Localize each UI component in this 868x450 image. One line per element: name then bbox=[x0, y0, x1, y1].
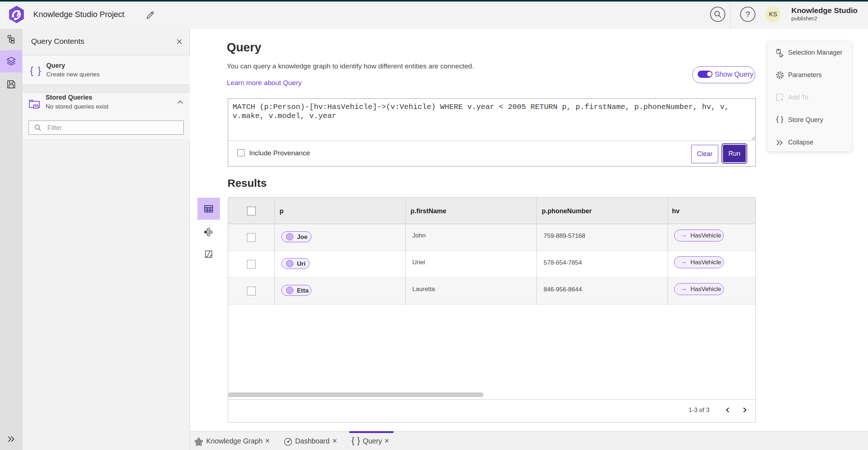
svg-text:?: ? bbox=[745, 10, 750, 19]
